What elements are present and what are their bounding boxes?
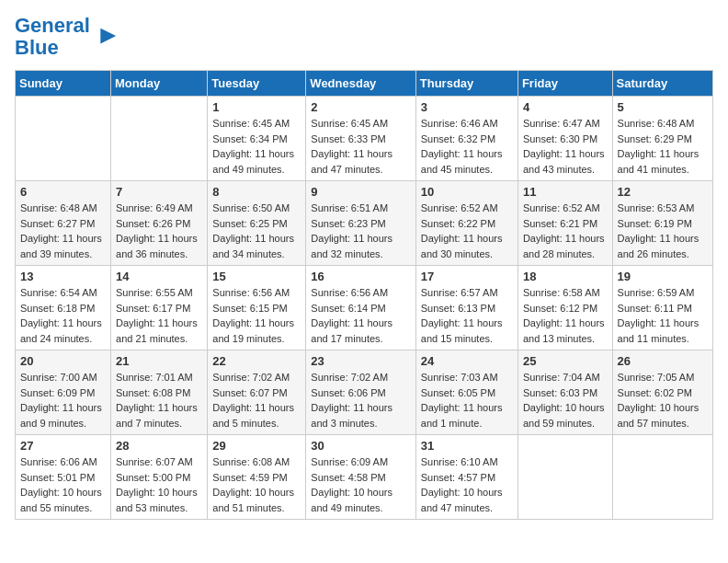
calendar-cell: 23Sunrise: 7:02 AMSunset: 6:06 PMDayligh… <box>306 350 415 435</box>
day-header: Thursday <box>415 71 518 97</box>
day-number: 7 <box>116 185 202 199</box>
calendar-cell: 28Sunrise: 6:07 AMSunset: 5:00 PMDayligh… <box>111 435 208 520</box>
day-info: Sunrise: 6:55 AMSunset: 6:17 PMDaylight:… <box>116 285 202 346</box>
calendar-cell: 6Sunrise: 6:48 AMSunset: 6:27 PMDaylight… <box>16 181 111 266</box>
day-info: Sunrise: 7:02 AMSunset: 6:07 PMDaylight:… <box>212 370 301 431</box>
day-number: 24 <box>421 354 513 368</box>
day-info: Sunrise: 6:59 AMSunset: 6:11 PMDaylight:… <box>618 285 708 346</box>
day-info: Sunrise: 6:08 AMSunset: 4:59 PMDaylight:… <box>212 454 301 515</box>
day-info: Sunrise: 6:10 AMSunset: 4:57 PMDaylight:… <box>421 454 513 515</box>
day-number: 22 <box>212 354 301 368</box>
day-number: 20 <box>20 354 106 368</box>
logo-icon <box>92 24 118 50</box>
day-info: Sunrise: 6:47 AMSunset: 6:30 PMDaylight:… <box>523 116 608 177</box>
day-number: 27 <box>20 439 106 453</box>
day-number: 18 <box>523 270 608 283</box>
calendar-cell: 9Sunrise: 6:51 AMSunset: 6:23 PMDaylight… <box>306 181 415 266</box>
day-info: Sunrise: 6:45 AMSunset: 6:34 PMDaylight:… <box>212 116 301 177</box>
calendar-week-row: 27Sunrise: 6:06 AMSunset: 5:01 PMDayligh… <box>16 435 713 520</box>
day-info: Sunrise: 7:05 AMSunset: 6:02 PMDaylight:… <box>618 370 708 431</box>
calendar-cell: 17Sunrise: 6:57 AMSunset: 6:13 PMDayligh… <box>415 266 518 350</box>
calendar-cell: 12Sunrise: 6:53 AMSunset: 6:19 PMDayligh… <box>612 181 712 266</box>
day-number: 19 <box>618 270 708 283</box>
logo: GeneralBlue <box>15 15 118 59</box>
logo-text: GeneralBlue <box>15 15 90 59</box>
day-info: Sunrise: 6:54 AMSunset: 6:18 PMDaylight:… <box>20 285 106 346</box>
calendar-cell: 22Sunrise: 7:02 AMSunset: 6:07 PMDayligh… <box>208 350 306 435</box>
calendar-cell: 31Sunrise: 6:10 AMSunset: 4:57 PMDayligh… <box>415 435 518 520</box>
day-info: Sunrise: 6:56 AMSunset: 6:14 PMDaylight:… <box>311 285 410 346</box>
day-number: 10 <box>421 185 513 199</box>
day-number: 16 <box>311 270 410 283</box>
day-number: 28 <box>116 439 202 453</box>
day-header: Saturday <box>612 71 712 97</box>
day-header: Friday <box>518 71 612 97</box>
calendar-cell: 1Sunrise: 6:45 AMSunset: 6:34 PMDaylight… <box>208 97 306 181</box>
day-info: Sunrise: 6:52 AMSunset: 6:22 PMDaylight:… <box>421 201 513 261</box>
day-number: 23 <box>311 354 410 368</box>
calendar-cell: 2Sunrise: 6:45 AMSunset: 6:33 PMDaylight… <box>306 97 415 181</box>
day-header: Tuesday <box>208 71 306 97</box>
calendar-week-row: 13Sunrise: 6:54 AMSunset: 6:18 PMDayligh… <box>16 266 713 350</box>
day-info: Sunrise: 7:01 AMSunset: 6:08 PMDaylight:… <box>116 370 202 431</box>
calendar-cell: 5Sunrise: 6:48 AMSunset: 6:29 PMDaylight… <box>612 97 712 181</box>
day-info: Sunrise: 6:51 AMSunset: 6:23 PMDaylight:… <box>311 201 410 261</box>
day-number: 11 <box>523 185 608 199</box>
day-header: Monday <box>111 71 208 97</box>
day-info: Sunrise: 6:46 AMSunset: 6:32 PMDaylight:… <box>421 116 513 177</box>
day-info: Sunrise: 6:50 AMSunset: 6:25 PMDaylight:… <box>212 201 301 261</box>
day-number: 31 <box>421 439 513 453</box>
day-header: Wednesday <box>306 71 415 97</box>
calendar-cell: 13Sunrise: 6:54 AMSunset: 6:18 PMDayligh… <box>16 266 111 350</box>
day-number: 6 <box>20 185 106 199</box>
day-info: Sunrise: 7:03 AMSunset: 6:05 PMDaylight:… <box>421 370 513 431</box>
day-number: 26 <box>618 354 708 368</box>
day-number: 3 <box>421 100 513 114</box>
calendar-cell: 29Sunrise: 6:08 AMSunset: 4:59 PMDayligh… <box>208 435 306 520</box>
day-info: Sunrise: 6:48 AMSunset: 6:29 PMDaylight:… <box>618 116 708 177</box>
calendar-cell: 24Sunrise: 7:03 AMSunset: 6:05 PMDayligh… <box>415 350 518 435</box>
calendar-cell: 27Sunrise: 6:06 AMSunset: 5:01 PMDayligh… <box>16 435 111 520</box>
calendar-cell: 8Sunrise: 6:50 AMSunset: 6:25 PMDaylight… <box>208 181 306 266</box>
day-info: Sunrise: 6:53 AMSunset: 6:19 PMDaylight:… <box>618 201 708 261</box>
day-info: Sunrise: 7:04 AMSunset: 6:03 PMDaylight:… <box>523 370 608 431</box>
calendar-cell: 11Sunrise: 6:52 AMSunset: 6:21 PMDayligh… <box>518 181 612 266</box>
calendar-cell: 21Sunrise: 7:01 AMSunset: 6:08 PMDayligh… <box>111 350 208 435</box>
day-number: 2 <box>311 100 410 114</box>
calendar-week-row: 1Sunrise: 6:45 AMSunset: 6:34 PMDaylight… <box>16 97 713 181</box>
day-number: 5 <box>618 100 708 114</box>
day-info: Sunrise: 7:02 AMSunset: 6:06 PMDaylight:… <box>311 370 410 431</box>
day-number: 21 <box>116 354 202 368</box>
day-number: 8 <box>212 185 301 199</box>
day-info: Sunrise: 7:00 AMSunset: 6:09 PMDaylight:… <box>20 370 106 431</box>
day-number: 9 <box>311 185 410 199</box>
day-header: Sunday <box>16 71 111 97</box>
calendar-cell <box>16 97 111 181</box>
calendar-cell: 20Sunrise: 7:00 AMSunset: 6:09 PMDayligh… <box>16 350 111 435</box>
calendar-cell <box>518 435 612 520</box>
calendar-week-row: 20Sunrise: 7:00 AMSunset: 6:09 PMDayligh… <box>16 350 713 435</box>
day-info: Sunrise: 6:52 AMSunset: 6:21 PMDaylight:… <box>523 201 608 261</box>
calendar-cell: 16Sunrise: 6:56 AMSunset: 6:14 PMDayligh… <box>306 266 415 350</box>
day-info: Sunrise: 6:57 AMSunset: 6:13 PMDaylight:… <box>421 285 513 346</box>
calendar-cell: 4Sunrise: 6:47 AMSunset: 6:30 PMDaylight… <box>518 97 612 181</box>
calendar-cell: 7Sunrise: 6:49 AMSunset: 6:26 PMDaylight… <box>111 181 208 266</box>
calendar-cell <box>612 435 712 520</box>
day-number: 25 <box>523 354 608 368</box>
day-number: 12 <box>618 185 708 199</box>
day-number: 1 <box>212 100 301 114</box>
day-info: Sunrise: 6:48 AMSunset: 6:27 PMDaylight:… <box>20 201 106 261</box>
calendar-cell: 19Sunrise: 6:59 AMSunset: 6:11 PMDayligh… <box>612 266 712 350</box>
calendar-cell: 3Sunrise: 6:46 AMSunset: 6:32 PMDaylight… <box>415 97 518 181</box>
calendar-cell: 10Sunrise: 6:52 AMSunset: 6:22 PMDayligh… <box>415 181 518 266</box>
day-number: 14 <box>116 270 202 283</box>
day-number: 13 <box>20 270 106 283</box>
calendar-header: SundayMondayTuesdayWednesdayThursdayFrid… <box>16 71 713 97</box>
calendar-cell: 26Sunrise: 7:05 AMSunset: 6:02 PMDayligh… <box>612 350 712 435</box>
day-number: 4 <box>523 100 608 114</box>
day-info: Sunrise: 6:49 AMSunset: 6:26 PMDaylight:… <box>116 201 202 261</box>
calendar-cell: 30Sunrise: 6:09 AMSunset: 4:58 PMDayligh… <box>306 435 415 520</box>
day-info: Sunrise: 6:45 AMSunset: 6:33 PMDaylight:… <box>311 116 410 177</box>
calendar-cell: 25Sunrise: 7:04 AMSunset: 6:03 PMDayligh… <box>518 350 612 435</box>
calendar-cell: 14Sunrise: 6:55 AMSunset: 6:17 PMDayligh… <box>111 266 208 350</box>
